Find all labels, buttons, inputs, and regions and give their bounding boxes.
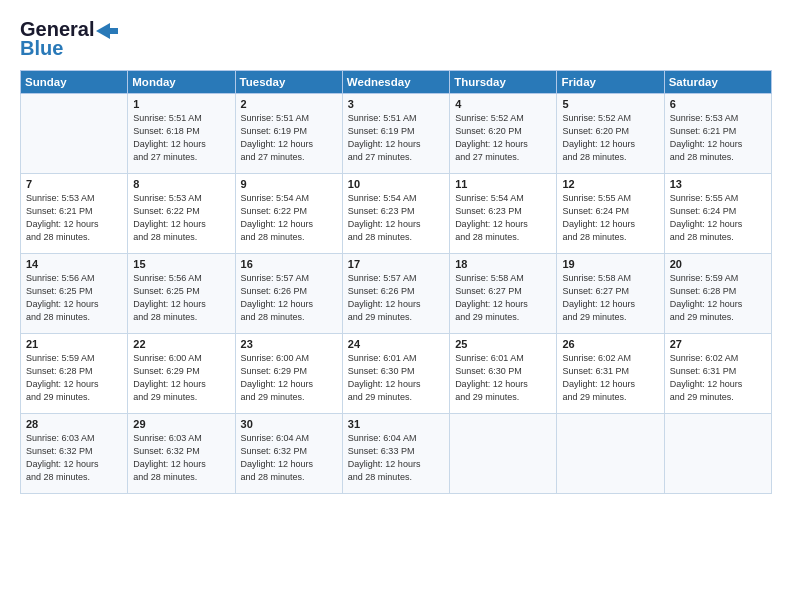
day-info: Sunrise: 6:04 AMSunset: 6:33 PMDaylight:… (348, 432, 444, 484)
svg-marker-0 (96, 23, 118, 39)
calendar-cell: 30Sunrise: 6:04 AMSunset: 6:32 PMDayligh… (235, 414, 342, 494)
day-info: Sunrise: 6:00 AMSunset: 6:29 PMDaylight:… (133, 352, 229, 404)
day-number: 20 (670, 258, 766, 270)
day-info: Sunrise: 6:03 AMSunset: 6:32 PMDaylight:… (26, 432, 122, 484)
calendar-cell: 16Sunrise: 5:57 AMSunset: 6:26 PMDayligh… (235, 254, 342, 334)
day-info: Sunrise: 5:53 AMSunset: 6:22 PMDaylight:… (133, 192, 229, 244)
calendar-cell: 13Sunrise: 5:55 AMSunset: 6:24 PMDayligh… (664, 174, 771, 254)
day-number: 30 (241, 418, 337, 430)
day-number: 3 (348, 98, 444, 110)
day-number: 23 (241, 338, 337, 350)
day-number: 31 (348, 418, 444, 430)
calendar-header-row: SundayMondayTuesdayWednesdayThursdayFrid… (21, 71, 772, 94)
calendar-cell: 23Sunrise: 6:00 AMSunset: 6:29 PMDayligh… (235, 334, 342, 414)
calendar-cell: 10Sunrise: 5:54 AMSunset: 6:23 PMDayligh… (342, 174, 449, 254)
day-number: 27 (670, 338, 766, 350)
day-number: 10 (348, 178, 444, 190)
day-info: Sunrise: 6:02 AMSunset: 6:31 PMDaylight:… (670, 352, 766, 404)
calendar-week-row: 21Sunrise: 5:59 AMSunset: 6:28 PMDayligh… (21, 334, 772, 414)
day-info: Sunrise: 5:59 AMSunset: 6:28 PMDaylight:… (26, 352, 122, 404)
day-info: Sunrise: 5:57 AMSunset: 6:26 PMDaylight:… (348, 272, 444, 324)
calendar-cell: 1Sunrise: 5:51 AMSunset: 6:18 PMDaylight… (128, 94, 235, 174)
calendar-cell: 17Sunrise: 5:57 AMSunset: 6:26 PMDayligh… (342, 254, 449, 334)
col-header-sunday: Sunday (21, 71, 128, 94)
day-number: 2 (241, 98, 337, 110)
col-header-tuesday: Tuesday (235, 71, 342, 94)
logo-arrow-icon (96, 23, 118, 39)
calendar-cell (21, 94, 128, 174)
day-info: Sunrise: 5:53 AMSunset: 6:21 PMDaylight:… (26, 192, 122, 244)
logo: General Blue (20, 18, 118, 60)
calendar-cell: 4Sunrise: 5:52 AMSunset: 6:20 PMDaylight… (450, 94, 557, 174)
calendar-cell (557, 414, 664, 494)
calendar-cell: 8Sunrise: 5:53 AMSunset: 6:22 PMDaylight… (128, 174, 235, 254)
day-number: 18 (455, 258, 551, 270)
day-info: Sunrise: 6:01 AMSunset: 6:30 PMDaylight:… (348, 352, 444, 404)
day-info: Sunrise: 5:58 AMSunset: 6:27 PMDaylight:… (455, 272, 551, 324)
day-number: 28 (26, 418, 122, 430)
day-info: Sunrise: 5:54 AMSunset: 6:23 PMDaylight:… (455, 192, 551, 244)
calendar-cell: 14Sunrise: 5:56 AMSunset: 6:25 PMDayligh… (21, 254, 128, 334)
calendar-cell: 24Sunrise: 6:01 AMSunset: 6:30 PMDayligh… (342, 334, 449, 414)
day-info: Sunrise: 5:51 AMSunset: 6:18 PMDaylight:… (133, 112, 229, 164)
day-info: Sunrise: 6:04 AMSunset: 6:32 PMDaylight:… (241, 432, 337, 484)
logo-blue: Blue (20, 37, 63, 60)
calendar-week-row: 14Sunrise: 5:56 AMSunset: 6:25 PMDayligh… (21, 254, 772, 334)
calendar-cell: 3Sunrise: 5:51 AMSunset: 6:19 PMDaylight… (342, 94, 449, 174)
day-number: 15 (133, 258, 229, 270)
day-info: Sunrise: 5:54 AMSunset: 6:22 PMDaylight:… (241, 192, 337, 244)
calendar-cell (664, 414, 771, 494)
day-number: 1 (133, 98, 229, 110)
calendar-cell: 6Sunrise: 5:53 AMSunset: 6:21 PMDaylight… (664, 94, 771, 174)
col-header-friday: Friday (557, 71, 664, 94)
calendar-cell: 7Sunrise: 5:53 AMSunset: 6:21 PMDaylight… (21, 174, 128, 254)
day-number: 13 (670, 178, 766, 190)
calendar-cell: 29Sunrise: 6:03 AMSunset: 6:32 PMDayligh… (128, 414, 235, 494)
day-number: 29 (133, 418, 229, 430)
col-header-wednesday: Wednesday (342, 71, 449, 94)
day-number: 21 (26, 338, 122, 350)
calendar-week-row: 28Sunrise: 6:03 AMSunset: 6:32 PMDayligh… (21, 414, 772, 494)
day-info: Sunrise: 5:51 AMSunset: 6:19 PMDaylight:… (241, 112, 337, 164)
day-info: Sunrise: 5:52 AMSunset: 6:20 PMDaylight:… (455, 112, 551, 164)
calendar-cell: 25Sunrise: 6:01 AMSunset: 6:30 PMDayligh… (450, 334, 557, 414)
calendar-cell: 21Sunrise: 5:59 AMSunset: 6:28 PMDayligh… (21, 334, 128, 414)
day-info: Sunrise: 5:56 AMSunset: 6:25 PMDaylight:… (133, 272, 229, 324)
calendar-cell: 28Sunrise: 6:03 AMSunset: 6:32 PMDayligh… (21, 414, 128, 494)
day-info: Sunrise: 6:01 AMSunset: 6:30 PMDaylight:… (455, 352, 551, 404)
day-info: Sunrise: 5:52 AMSunset: 6:20 PMDaylight:… (562, 112, 658, 164)
day-info: Sunrise: 6:00 AMSunset: 6:29 PMDaylight:… (241, 352, 337, 404)
day-number: 14 (26, 258, 122, 270)
calendar-cell: 26Sunrise: 6:02 AMSunset: 6:31 PMDayligh… (557, 334, 664, 414)
col-header-saturday: Saturday (664, 71, 771, 94)
day-number: 9 (241, 178, 337, 190)
day-info: Sunrise: 5:59 AMSunset: 6:28 PMDaylight:… (670, 272, 766, 324)
day-number: 17 (348, 258, 444, 270)
col-header-monday: Monday (128, 71, 235, 94)
page-header: General Blue (20, 18, 772, 60)
day-info: Sunrise: 5:56 AMSunset: 6:25 PMDaylight:… (26, 272, 122, 324)
day-number: 26 (562, 338, 658, 350)
day-number: 24 (348, 338, 444, 350)
calendar-cell: 27Sunrise: 6:02 AMSunset: 6:31 PMDayligh… (664, 334, 771, 414)
calendar-cell: 15Sunrise: 5:56 AMSunset: 6:25 PMDayligh… (128, 254, 235, 334)
calendar-cell: 5Sunrise: 5:52 AMSunset: 6:20 PMDaylight… (557, 94, 664, 174)
day-number: 4 (455, 98, 551, 110)
day-number: 25 (455, 338, 551, 350)
calendar-cell: 19Sunrise: 5:58 AMSunset: 6:27 PMDayligh… (557, 254, 664, 334)
day-info: Sunrise: 6:03 AMSunset: 6:32 PMDaylight:… (133, 432, 229, 484)
day-info: Sunrise: 6:02 AMSunset: 6:31 PMDaylight:… (562, 352, 658, 404)
day-info: Sunrise: 5:57 AMSunset: 6:26 PMDaylight:… (241, 272, 337, 324)
calendar-table: SundayMondayTuesdayWednesdayThursdayFrid… (20, 70, 772, 494)
col-header-thursday: Thursday (450, 71, 557, 94)
day-number: 22 (133, 338, 229, 350)
day-number: 12 (562, 178, 658, 190)
day-number: 19 (562, 258, 658, 270)
calendar-cell: 9Sunrise: 5:54 AMSunset: 6:22 PMDaylight… (235, 174, 342, 254)
day-info: Sunrise: 5:53 AMSunset: 6:21 PMDaylight:… (670, 112, 766, 164)
calendar-cell: 22Sunrise: 6:00 AMSunset: 6:29 PMDayligh… (128, 334, 235, 414)
day-number: 11 (455, 178, 551, 190)
day-info: Sunrise: 5:51 AMSunset: 6:19 PMDaylight:… (348, 112, 444, 164)
calendar-cell: 12Sunrise: 5:55 AMSunset: 6:24 PMDayligh… (557, 174, 664, 254)
calendar-cell (450, 414, 557, 494)
